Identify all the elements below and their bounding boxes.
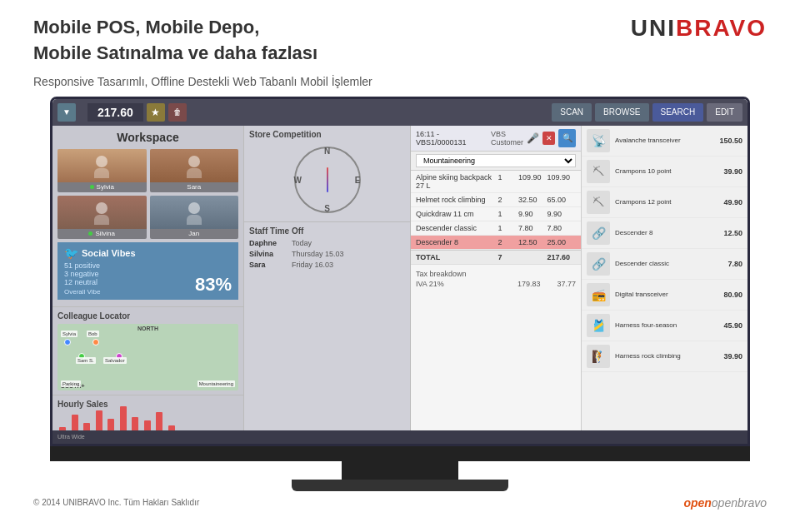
social-vibes-widget: 🐦 Social Vibes 51 positive 3 negative 12… — [58, 242, 238, 300]
top-toolbar: ▼ 217.60 ★ 🗑 SCAN BROWSE SEARCH EDIT — [52, 99, 748, 126]
product-name: Crampons 12 point — [615, 198, 718, 206]
avatar-jan[interactable]: Jan — [150, 196, 239, 239]
staff-time-off-title: Staff Time Off — [249, 226, 405, 236]
map-tag-sylvia: Sylvia — [61, 331, 78, 337]
product-row[interactable]: 🧗Harness rock climbing39.90 — [582, 341, 748, 372]
staff-name: Sara — [249, 261, 287, 269]
product-price: 39.90 — [723, 352, 742, 360]
bar-group: 15:00 — [130, 417, 141, 430]
page-footer: © 2014 UNIBRAVO Inc. Tüm Hakları Saklıdı… — [0, 491, 800, 513]
compass-needle — [327, 167, 328, 192]
bar-group: 17:00 — [154, 412, 165, 430]
pos-mic-btn[interactable]: 🎤 — [527, 132, 539, 144]
social-vibes-title: 🐦 Social Vibes — [64, 246, 232, 260]
favorite-btn[interactable]: ★ — [147, 103, 165, 122]
avatar-sylvia[interactable]: Sylvia — [58, 149, 147, 192]
pos-total-row: TOTAL 7 217.60 — [411, 250, 581, 264]
product-thumb: 🎽 — [587, 314, 610, 337]
avatar-name-sylvia: Sylvia — [58, 182, 147, 192]
browse-btn[interactable]: BROWSE — [595, 103, 648, 122]
store-competition-section: Store Competition N S E W — [244, 126, 410, 222]
avatar-sara[interactable]: Sara — [150, 149, 239, 192]
product-row[interactable]: ⛏Crampons 10 point39.90 — [582, 157, 748, 187]
pos-ref: 16:11 - VBS1/0000131 — [416, 130, 488, 147]
product-list: 📡Avalanche transceiver150.50⛏Crampons 10… — [582, 126, 748, 372]
bar-group: 12:00 — [94, 410, 105, 430]
vibe-percent: 83% — [195, 274, 232, 296]
bar-group: 13:00 — [106, 419, 117, 430]
pos-item-row[interactable]: Helmet rock climbing232.5065.00 — [411, 193, 581, 207]
avatar-grid: Sylvia Sara — [58, 149, 238, 239]
pos-item-row[interactable]: Quickdraw 11 cm19.909.90 — [411, 207, 581, 221]
avatar-silvina[interactable]: Silvina — [58, 196, 147, 239]
pos-tax-iva-row: IVA 21% 179.83 37.77 — [416, 280, 576, 288]
pos-item-row[interactable]: Alpine skiing backpack 27 L1109.90109.90 — [411, 171, 581, 193]
pos-item-row[interactable]: Descender classic17.807.80 — [411, 221, 581, 236]
product-price: 49.90 — [723, 198, 742, 206]
pos-location-select[interactable]: Mountaineering — [416, 154, 576, 167]
product-row[interactable]: ⛏Crampons 12 point49.90 — [582, 187, 748, 218]
pos-amount-display: 217.60 — [88, 103, 143, 122]
sales-bar — [132, 417, 138, 430]
scan-btn[interactable]: SCAN — [552, 103, 592, 122]
status-bar: Ultra Wide — [52, 430, 748, 444]
pos-customer: VBS Customer — [491, 130, 523, 147]
colleague-section: Colleague Locator NORTH SOUTH+ Sylvia Bo… — [52, 307, 243, 395]
hourly-sales-title: Hourly Sales — [58, 400, 238, 409]
pos-items-table: Alpine skiing backpack 27 L1109.90109.90… — [411, 171, 581, 430]
compass-inner: N S E W — [294, 147, 361, 213]
status-bar-text: Ultra Wide — [58, 434, 85, 440]
pos-location-bar: Mountaineering — [411, 152, 581, 171]
dot-sylvia — [64, 339, 71, 346]
product-thumb: 🧗 — [587, 345, 610, 368]
colleague-locator-title: Colleague Locator — [58, 311, 238, 321]
staff-row: SaraFriday 16.03 — [249, 261, 405, 269]
avatar-name-silvina: Silvina — [58, 229, 147, 239]
page-header: Mobile POS, Mobile Depo, Mobile Satınalm… — [0, 0, 800, 75]
pos-search-btn[interactable]: 🔍 — [558, 129, 576, 147]
avatar-img-silvina — [58, 196, 147, 229]
product-name: Crampons 10 point — [615, 167, 718, 175]
map-tag-mountaineering: Mountaineering — [198, 380, 235, 387]
workspace-section: Workspace Sylvia — [52, 126, 243, 307]
product-thumb: 📻 — [587, 283, 610, 306]
product-row[interactable]: 📻Digital transceiver80.90 — [582, 280, 748, 311]
product-row[interactable]: 🔗Descender classic7.80 — [582, 249, 748, 280]
delete-btn[interactable]: 🗑 — [168, 103, 187, 122]
search-btn[interactable]: SEARCH — [652, 103, 704, 122]
hourly-sales-chart: 09:0010:0011:0012:0013:0014:0015:0016:00… — [58, 412, 238, 430]
sales-bar — [144, 420, 151, 430]
staff-date: Today — [292, 239, 312, 247]
product-row[interactable]: 🎽Harness four-season45.90 — [582, 311, 748, 341]
product-price: 7.80 — [728, 260, 742, 268]
pos-items-list: Alpine skiing backpack 27 L1109.90109.90… — [411, 171, 581, 250]
product-price: 80.90 — [723, 291, 742, 299]
staff-row: DaphneToday — [249, 239, 405, 247]
bar-group: 10:00 — [70, 415, 81, 430]
openbravo-logo: openopenbravo — [683, 496, 767, 510]
product-thumb: ⛏ — [587, 191, 610, 214]
workspace-title: Workspace — [58, 131, 238, 144]
product-row[interactable]: 🔗Descender 812.50 — [582, 218, 748, 249]
monitor: ▼ 217.60 ★ 🗑 SCAN BROWSE SEARCH EDIT — [0, 97, 800, 491]
footer-copyright: © 2014 UNIBRAVO Inc. Tüm Hakları Saklıdı… — [33, 498, 199, 507]
staff-date: Friday 16.03 — [292, 261, 333, 269]
sales-bar — [96, 410, 102, 430]
product-list-panel: 📡Avalanche transceiver150.50⛏Crampons 10… — [581, 126, 748, 430]
bar-group: 16:00 — [142, 420, 153, 430]
compass: N S E W — [249, 142, 405, 217]
monitor-stand-base — [292, 480, 508, 491]
compass-east: E — [355, 175, 361, 184]
menu-dropdown-btn[interactable]: ▼ — [58, 103, 76, 122]
product-name: Harness four-season — [615, 321, 718, 329]
sales-bar — [156, 412, 162, 430]
staff-row: SilvinaThursday 15.03 — [249, 250, 405, 258]
pos-item-row[interactable]: Descender 8212.5025.00 — [411, 236, 581, 250]
product-row[interactable]: 📡Avalanche transceiver150.50 — [582, 126, 748, 157]
pos-clear-btn[interactable]: ✕ — [542, 132, 555, 145]
avatar-img-sara — [150, 149, 239, 182]
social-vibes-stats: 51 positive 3 negative 12 neutral Overal… — [64, 261, 100, 296]
bar-group: 11:00 — [82, 423, 92, 430]
edit-btn[interactable]: EDIT — [707, 103, 742, 122]
sales-bar — [108, 419, 114, 430]
